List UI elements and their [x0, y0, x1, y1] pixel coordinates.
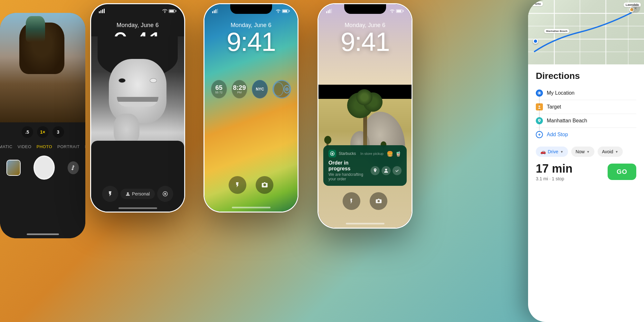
camera-flip-button[interactable]: [68, 161, 79, 174]
spiral-inner: [284, 85, 290, 93]
camera-shutter-row: [0, 156, 85, 180]
shutter-button[interactable]: [33, 156, 55, 180]
avoid-option[interactable]: Avoid ▼: [598, 147, 623, 157]
go-button[interactable]: GO: [608, 164, 636, 180]
color-camera-button[interactable]: [256, 176, 273, 194]
directions-summary: 17 min 3.1 mi · 1 stop GO: [536, 162, 636, 181]
map-label-porto: Porto: [531, 2, 543, 6]
dot-separator: ·: [549, 176, 552, 181]
home-bar-camera: [27, 233, 59, 235]
zoom-05-button[interactable]: .5: [22, 126, 33, 138]
route-connector-line: [539, 93, 540, 132]
j-signal-3: [329, 9, 330, 13]
signal-bar-2: [214, 10, 215, 13]
bw-home-bar: [118, 207, 157, 209]
maps-panel: Porto Lawndale Manhattan Beach × Directi…: [528, 0, 644, 322]
camera-mode-selector: CINEMATIC VIDEO PHOTO PORTRAIT PANO: [0, 144, 85, 149]
notif-order-row: Order in progress We are handcrafting yo…: [328, 160, 402, 181]
camera-thumbnail[interactable]: [6, 160, 21, 176]
bw-portrait-image: [91, 36, 184, 212]
right-eye-wink: [150, 78, 157, 83]
camera-lock-button[interactable]: [157, 186, 173, 202]
bw-bottom-controls: Personal: [91, 186, 184, 202]
direction-my-location: My Location: [536, 86, 636, 100]
color-status-bar: [204, 9, 298, 13]
svg-point-3: [165, 194, 166, 194]
avoid-label: Avoid: [602, 149, 613, 154]
mode-portrait[interactable]: PORTRAIT: [57, 144, 80, 149]
joshua-wifi-icon: [390, 9, 395, 13]
signal-bar-4: [217, 9, 218, 13]
j-signal-2: [328, 10, 329, 13]
camera-controls-bg: .5 1× 3 CINEMATIC VIDEO PHOTO PORTRAIT P…: [0, 122, 85, 238]
phone-camera: .5 1× 3 CINEMATIC VIDEO PHOTO PORTRAIT P…: [0, 13, 85, 238]
color-flashlight-button[interactable]: [229, 176, 246, 194]
signal-bar-3: [215, 9, 216, 13]
maps-map-area: Porto Lawndale Manhattan Beach ×: [528, 0, 644, 64]
joshua-status-bar: [318, 9, 412, 13]
manhattan-beach-label: Manhattan Beach: [547, 118, 587, 124]
notif-subtitle: We are handcrafting your order: [328, 172, 367, 181]
smile: [117, 97, 158, 107]
mode-cinematic[interactable]: CINEMATIC: [0, 144, 13, 149]
notif-progress-icons: [371, 166, 402, 175]
map-close-button[interactable]: ×: [631, 4, 640, 13]
duration-block: 17 min 3.1 mi · 1 stop: [536, 162, 573, 181]
notif-check-icon: [393, 166, 402, 175]
joshua-home-bar: [346, 223, 384, 224]
joshua-time: 9:41: [318, 27, 412, 56]
flashlight-button[interactable]: [102, 186, 118, 202]
face: [109, 59, 166, 123]
transport-options: 🚗 Drive ▼ Now ▼ Avoid ▼: [536, 147, 636, 157]
duration-time: 17 min: [536, 162, 573, 175]
mode-video[interactable]: VIDEO: [18, 144, 32, 149]
temp-main: 65: [215, 84, 223, 91]
map-label-manhattan: Manhattan Beach: [544, 29, 569, 33]
svg-point-0: [127, 192, 129, 194]
burger-emoji: 🍔: [387, 151, 393, 157]
drive-option[interactable]: 🚗 Drive ▼: [536, 147, 568, 157]
directions-panel: Directions My Location: [528, 64, 644, 188]
starbucks-notification: Starbucks In store pickup 🍔 🧋 Order in p…: [323, 145, 407, 186]
joshua-flashlight-button[interactable]: [343, 192, 360, 210]
time-option[interactable]: Now ▼: [571, 147, 594, 157]
left-eye: [118, 78, 126, 83]
drive-chevron: ▼: [560, 150, 564, 154]
cup-emoji: 🧋: [395, 151, 402, 157]
wifi-icon: [162, 9, 167, 13]
close-icon: ×: [634, 6, 637, 11]
joshua-camera-button[interactable]: [370, 192, 387, 210]
joshua-signal: [326, 9, 332, 13]
bg-tree-1-top: [324, 136, 331, 144]
now-label: Now: [576, 149, 585, 154]
j-signal-4: [331, 9, 332, 13]
distance-label: 3.1 mi: [536, 176, 548, 181]
notif-app-name: Starbucks: [339, 151, 356, 156]
status-right: [162, 9, 176, 13]
bw-status-bar: [91, 9, 184, 13]
color-home-bar: [232, 207, 270, 208]
color-widgets-row: 65 55 72 8:29 PM NYC: [204, 80, 298, 99]
zoom-1x-button[interactable]: 1×: [37, 126, 49, 138]
profile-button[interactable]: Personal: [120, 189, 155, 199]
temperature-widget: 65 55 72: [211, 80, 227, 99]
camera-viewfinder: [0, 13, 85, 122]
mode-pano[interactable]: PANO: [85, 144, 85, 149]
zoom-3x-button[interactable]: 3: [52, 126, 64, 138]
time-chevron: ▼: [587, 150, 590, 154]
color-signal: [212, 9, 218, 13]
notif-title: Order in progress: [328, 160, 367, 172]
direction-add-stop[interactable]: + Add Stop: [536, 128, 636, 141]
joshua-status-right: [390, 9, 404, 13]
pm-label: PM: [237, 91, 242, 94]
joshua-bottom-controls: [318, 192, 412, 210]
notif-type: In store pickup: [360, 152, 384, 156]
mode-photo[interactable]: PHOTO: [37, 144, 52, 149]
svg-point-5: [385, 169, 387, 171]
stops-label: 1 stop: [552, 176, 564, 181]
color-wifi-icon: [276, 9, 281, 13]
starbucks-icon: [328, 150, 336, 157]
zoom-controls: .5 1× 3: [0, 122, 85, 138]
joshua-battery: [396, 9, 404, 13]
signal-bar-1: [99, 11, 100, 13]
